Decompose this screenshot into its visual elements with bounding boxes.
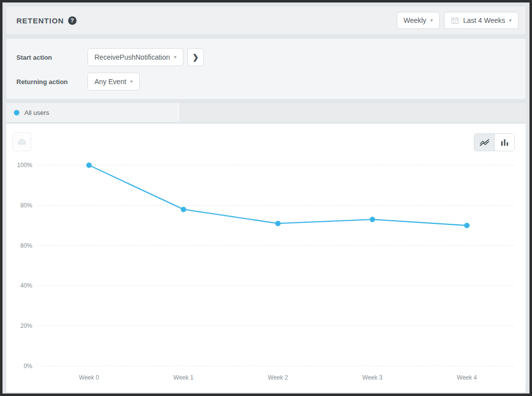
data-point-week-2[interactable] bbox=[275, 221, 281, 226]
y-axis-tick-label: 20% bbox=[20, 322, 32, 329]
chevron-down-icon: ▾ bbox=[430, 18, 433, 23]
line-chart-icon bbox=[479, 138, 490, 146]
y-axis-tick-label: 0% bbox=[24, 363, 33, 370]
returning-action-dropdown[interactable]: Any Event ▾ bbox=[88, 73, 140, 91]
chevron-down-icon: ▾ bbox=[509, 18, 512, 23]
date-range-value: Last 4 Weeks bbox=[463, 16, 505, 24]
date-range-dropdown[interactable]: Last 4 Weeks ▾ bbox=[444, 12, 519, 29]
retention-line-chart: 100%80%60%40%20%0%Week 0Week 1Week 2Week… bbox=[6, 124, 527, 393]
returning-action-value: Any Event bbox=[94, 78, 126, 86]
chevron-right-icon: ❯ bbox=[192, 53, 199, 62]
chart-type-toggle bbox=[474, 133, 515, 151]
start-action-label: Start action bbox=[16, 54, 88, 61]
chart-meta-button[interactable] bbox=[12, 132, 31, 151]
data-point-week-0[interactable] bbox=[87, 163, 92, 168]
data-point-week-1[interactable] bbox=[181, 206, 186, 212]
data-point-week-3[interactable] bbox=[370, 217, 375, 222]
granularity-value: Weekly bbox=[404, 16, 427, 24]
x-axis-tick-label: Week 1 bbox=[174, 374, 194, 381]
chevron-down-icon: ▾ bbox=[130, 79, 133, 84]
tab-all-users-label: All users bbox=[24, 109, 49, 116]
tab-all-users[interactable]: All users bbox=[6, 103, 178, 122]
y-axis-tick-label: 40% bbox=[20, 282, 32, 289]
filter-panel: Start action ReceivePushNotification ▾ ❯… bbox=[6, 38, 526, 99]
segment-tab-bar: All users bbox=[6, 103, 526, 122]
tab-bar-empty-area bbox=[179, 103, 526, 122]
data-point-week-4[interactable] bbox=[464, 223, 470, 228]
chart-panel: 100%80%60%40%20%0%Week 0Week 1Week 2Week… bbox=[6, 123, 526, 393]
granularity-dropdown[interactable]: Weekly ▾ bbox=[397, 12, 440, 29]
help-icon[interactable]: ? bbox=[68, 16, 77, 25]
start-action-row: Start action ReceivePushNotification ▾ ❯ bbox=[16, 48, 526, 66]
next-step-button[interactable]: ❯ bbox=[187, 48, 204, 66]
page-title: RETENTION bbox=[16, 16, 64, 25]
retention-series-line bbox=[89, 165, 467, 225]
returning-action-row: Returning action Any Event ▾ bbox=[16, 73, 526, 91]
y-axis-tick-label: 80% bbox=[20, 202, 32, 209]
calendar-icon bbox=[451, 16, 459, 24]
x-axis-tick-label: Week 2 bbox=[268, 374, 288, 381]
bar-chart-icon bbox=[501, 138, 509, 146]
y-axis-tick-label: 60% bbox=[20, 242, 32, 249]
bar-chart-toggle-button[interactable] bbox=[494, 134, 514, 151]
returning-action-label: Returning action bbox=[16, 78, 88, 86]
start-action-value: ReceivePushNotification bbox=[94, 53, 170, 61]
line-chart-toggle-button[interactable] bbox=[474, 134, 494, 151]
retention-report-window: RETENTION ? Weekly ▾ Last 4 Weeks ▾ Star… bbox=[0, 0, 532, 396]
chevron-down-icon: ▾ bbox=[174, 55, 177, 60]
series-color-dot bbox=[14, 110, 19, 115]
x-axis-tick-label: Week 3 bbox=[362, 374, 383, 381]
report-header: RETENTION ? Weekly ▾ Last 4 Weeks ▾ bbox=[6, 6, 526, 35]
y-axis-tick-label: 100% bbox=[17, 162, 32, 169]
start-action-dropdown[interactable]: ReceivePushNotification ▾ bbox=[88, 48, 183, 66]
x-axis-tick-label: Week 0 bbox=[79, 374, 99, 381]
gauge-icon bbox=[17, 137, 27, 146]
x-axis-tick-label: Week 4 bbox=[457, 374, 477, 381]
